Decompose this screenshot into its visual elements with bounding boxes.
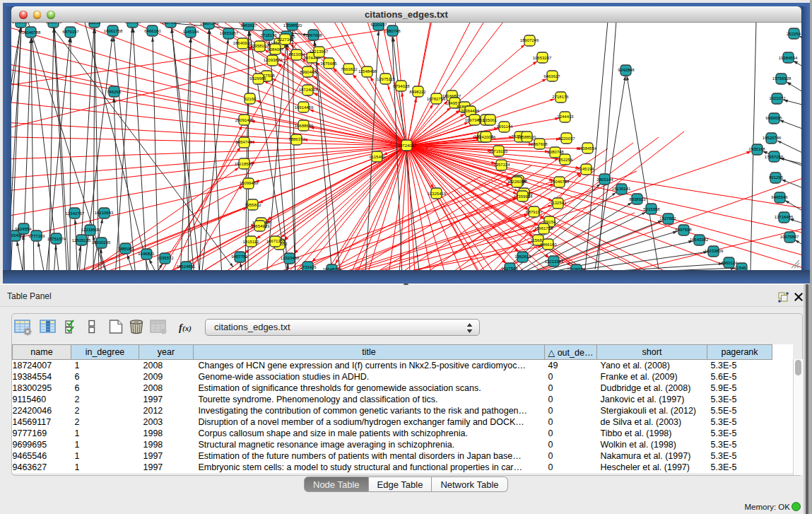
svg-text:16033809: 16033809 <box>705 249 724 253</box>
svg-text:19654923: 19654923 <box>251 224 270 228</box>
svg-text:19756928: 19756928 <box>772 76 792 81</box>
svg-text:12505135: 12505135 <box>72 238 91 243</box>
svg-text:1080748: 1080748 <box>384 29 401 33</box>
svg-text:15136141: 15136141 <box>612 187 631 191</box>
svg-text:6879197: 6879197 <box>62 30 79 34</box>
svg-text:891295: 891295 <box>769 175 784 180</box>
svg-text:16046788: 16046788 <box>551 180 570 184</box>
svg-text:1145194: 1145194 <box>183 30 200 34</box>
svg-text:1244415: 1244415 <box>557 115 574 119</box>
svg-text:1691144: 1691144 <box>497 124 514 129</box>
svg-text:9463627: 9463627 <box>543 74 560 78</box>
svg-text:15751074: 15751074 <box>47 237 66 241</box>
svg-text:10719155: 10719155 <box>489 149 508 153</box>
svg-text:17359934: 17359934 <box>12 23 31 24</box>
svg-text:2867608: 2867608 <box>305 33 322 37</box>
svg-text:1145194: 1145194 <box>578 167 595 171</box>
svg-text:1362615: 1362615 <box>514 255 531 259</box>
svg-text:13716485: 13716485 <box>775 215 794 219</box>
svg-text:18724007: 18724007 <box>398 144 417 148</box>
svg-text:12213389: 12213389 <box>545 259 564 264</box>
svg-text:16961758: 16961758 <box>104 29 123 33</box>
svg-text:16671355: 16671355 <box>162 23 181 25</box>
svg-text:10653267: 10653267 <box>220 31 239 35</box>
svg-text:5215958: 5215958 <box>643 207 660 211</box>
svg-text:10958107: 10958107 <box>250 44 269 48</box>
svg-text:18907249: 18907249 <box>520 38 539 42</box>
svg-text:16210643: 16210643 <box>95 211 114 215</box>
svg-text:2718176: 2718176 <box>552 95 569 99</box>
svg-text:9084067: 9084067 <box>267 47 284 52</box>
svg-text:1815112: 1815112 <box>243 240 260 244</box>
svg-text:39154: 39154 <box>89 23 101 25</box>
svg-text:1080748: 1080748 <box>547 150 564 154</box>
svg-text:19384554: 19384554 <box>779 56 798 60</box>
svg-text:12342757: 12342757 <box>66 211 85 216</box>
svg-text:12093872: 12093872 <box>264 58 283 62</box>
svg-text:7357224: 7357224 <box>493 163 510 167</box>
svg-text:f(x): f(x) <box>179 321 192 332</box>
svg-text:17957255: 17957255 <box>765 155 784 159</box>
svg-text:20206576: 20206576 <box>567 267 586 270</box>
svg-text:8938923: 8938923 <box>629 197 646 201</box>
svg-text:252254: 252254 <box>787 32 801 36</box>
svg-text:2867608: 2867608 <box>531 142 548 146</box>
svg-text:6466160: 6466160 <box>144 29 161 33</box>
svg-text:18724007: 18724007 <box>299 88 318 92</box>
svg-text:7485063: 7485063 <box>117 247 134 251</box>
svg-text:6466160: 6466160 <box>540 243 557 247</box>
svg-text:9457791: 9457791 <box>231 255 248 259</box>
svg-text:9146821: 9146821 <box>138 252 155 256</box>
svg-text:20091406: 20091406 <box>235 118 254 122</box>
svg-text:18907249: 18907249 <box>200 23 219 25</box>
svg-text:1546: 1546 <box>736 266 746 270</box>
svg-text:11325419: 11325419 <box>428 192 447 196</box>
svg-text:9327508: 9327508 <box>501 267 518 270</box>
svg-text:9463627: 9463627 <box>240 23 257 28</box>
svg-text:746266: 746266 <box>107 90 122 94</box>
svg-text:10975887: 10975887 <box>780 235 799 239</box>
svg-text:8960124: 8960124 <box>721 261 738 265</box>
svg-text:12218506: 12218506 <box>81 228 100 232</box>
svg-text:2803144: 2803144 <box>596 177 613 182</box>
svg-text:9329966: 9329966 <box>249 76 266 81</box>
svg-text:20364436: 20364436 <box>461 109 480 113</box>
svg-text:13588520: 13588520 <box>283 23 302 28</box>
svg-text:19384554: 19384554 <box>578 146 597 151</box>
svg-text:7955812: 7955812 <box>245 203 261 207</box>
svg-text:18300295: 18300295 <box>92 240 111 245</box>
svg-text:7886372: 7886372 <box>288 137 305 141</box>
svg-text:10688639: 10688639 <box>295 124 314 128</box>
svg-text:12213967: 12213967 <box>310 49 329 54</box>
svg-text:16914469: 16914469 <box>295 105 314 110</box>
svg-text:19218506: 19218506 <box>235 162 254 166</box>
svg-text:16099489: 16099489 <box>240 181 259 185</box>
svg-text:12975115: 12975115 <box>377 77 396 81</box>
svg-text:2718176: 2718176 <box>260 33 277 37</box>
svg-text:16671355: 16671355 <box>266 239 286 243</box>
svg-text:5220037: 5220037 <box>370 23 387 27</box>
svg-text:7663822: 7663822 <box>341 67 358 71</box>
svg-text:1156829: 1156829 <box>125 23 142 24</box>
svg-text:62160: 62160 <box>245 97 257 101</box>
svg-text:8498222: 8498222 <box>409 90 426 94</box>
svg-text:135061: 135061 <box>483 118 498 122</box>
svg-text:9242848: 9242848 <box>618 68 635 72</box>
svg-text:13226058: 13226058 <box>507 180 526 184</box>
svg-text:6794028: 6794028 <box>393 84 410 88</box>
svg-text:252254: 252254 <box>558 158 573 162</box>
svg-text:9624554: 9624554 <box>15 227 32 231</box>
svg-text:2035572: 2035572 <box>157 256 174 260</box>
svg-text:16648794: 16648794 <box>323 267 342 270</box>
svg-text:9699695: 9699695 <box>765 116 782 120</box>
svg-text:17359934: 17359934 <box>514 194 533 199</box>
svg-text:22420046: 22420046 <box>477 135 496 139</box>
svg-text:8990448: 8990448 <box>300 70 317 74</box>
svg-text:9465546: 9465546 <box>771 195 788 199</box>
svg-text:13588520: 13588520 <box>517 135 536 139</box>
svg-text:1621072: 1621072 <box>769 96 786 100</box>
svg-text:3675685: 3675685 <box>320 62 337 66</box>
svg-text:9115460: 9115460 <box>370 155 387 159</box>
svg-text:16961758: 16961758 <box>534 226 553 230</box>
svg-text:16543382: 16543382 <box>690 238 709 242</box>
